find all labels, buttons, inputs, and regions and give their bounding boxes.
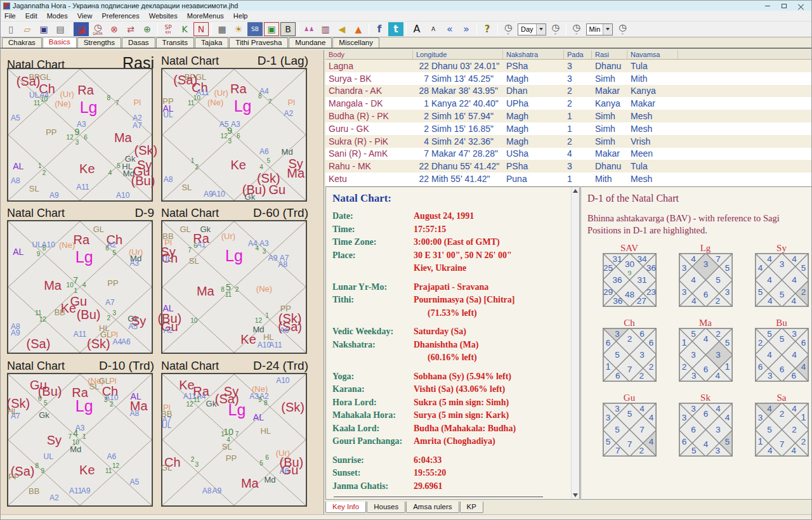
help-icon[interactable]: ?	[480, 22, 495, 36]
chart-annotation: 8	[43, 245, 46, 252]
flame-icon[interactable]: ▲	[351, 22, 366, 36]
jhora-logo-icon[interactable]: ◪	[74, 22, 89, 36]
globe-icon[interactable]: ⊕	[140, 22, 155, 36]
font-decrease-icon[interactable]: A	[426, 22, 441, 36]
twitter-icon[interactable]: t	[388, 22, 403, 36]
menu-preferences[interactable]: Preferences	[102, 12, 139, 20]
time-forward-icon[interactable]: ◷»	[548, 22, 563, 36]
time-step-select[interactable]: Day	[518, 23, 546, 36]
chart-square[interactable]: GLGkBBPlRaA1(Ur)67SyChULSLLgA4A343A9A7A8…	[161, 220, 307, 354]
sb-icon[interactable]: SB	[247, 22, 263, 36]
bav-grid-label: Bu	[776, 318, 787, 328]
chart-subtitle: D-60 (Trd)	[253, 206, 308, 220]
green-frame-icon[interactable]: ▣	[264, 22, 279, 36]
detail-value: Pournimasya (Sa) [Chitra]	[414, 294, 514, 307]
menu-websites[interactable]: Websites	[149, 12, 178, 20]
tab-chakras[interactable]: Chakras	[2, 37, 42, 48]
bav-grid-label: Lg	[700, 243, 711, 253]
n-icon[interactable]: N	[193, 22, 209, 36]
swap-arrows-icon[interactable]: ⇄	[123, 22, 138, 36]
font-increase-icon[interactable]: A	[409, 22, 424, 36]
new-file-icon[interactable]: ▯	[3, 22, 18, 36]
save-icon[interactable]: ▣	[36, 22, 51, 36]
time-back-fine-icon[interactable]: ◷«	[569, 22, 584, 36]
chevron-down-icon[interactable]	[536, 24, 546, 35]
nav-back-icon[interactable]: «	[442, 22, 457, 36]
scroll-down-icon[interactable]	[573, 493, 578, 497]
menu-edit[interactable]: Edit	[25, 12, 37, 20]
column-header-longitude[interactable]: Longitude	[413, 50, 503, 59]
maximize-button[interactable]	[776, 1, 792, 10]
chart-title-row: Natal ChartRasi	[7, 54, 154, 68]
k-pencil-icon[interactable]: K	[177, 22, 192, 36]
menu-help[interactable]: Help	[233, 12, 248, 20]
chart-grid-icon[interactable]: ▦	[214, 22, 230, 36]
menu-view[interactable]: View	[77, 12, 93, 20]
book-icon[interactable]: ▥	[318, 22, 333, 36]
menu-file[interactable]: File	[4, 12, 16, 20]
clock-data-icon[interactable]: ◷DATA	[90, 22, 105, 36]
chart-square[interactable]: GLRaChLgULA10(Ne)AL89A265(Ur)MdA3Ma71041…	[7, 220, 153, 354]
cell-pada: 3	[564, 161, 592, 171]
chart-annotation: 2	[110, 401, 114, 408]
print-icon[interactable]: ▤	[53, 22, 68, 36]
scroll-up-icon[interactable]	[573, 189, 578, 193]
menu-modes[interactable]: Modes	[47, 12, 68, 20]
tab-basics[interactable]: Basics	[43, 37, 77, 48]
chart-annotation: (Ne)	[59, 241, 75, 249]
detail-value: Prajapati - Sravana	[414, 281, 488, 294]
column-header-nakshatra[interactable]: Nakshatra	[503, 50, 564, 59]
svg-text:5: 5	[757, 287, 763, 297]
time-forward-fine-icon[interactable]: ◷»	[615, 22, 630, 36]
speaker-icon[interactable]: ◀	[334, 22, 350, 36]
people-icon[interactable]: ♟♟	[301, 22, 317, 36]
chart-square[interactable]: BPGL(Sa)ChA11(Ur)(Ne)1011RaLgA487PlPPALU…	[161, 68, 307, 202]
open-folder-icon[interactable]: ▱	[20, 22, 35, 36]
menu-moremenus[interactable]: MoreMenus	[187, 12, 224, 20]
column-header-rasi[interactable]: Rasi	[592, 50, 627, 59]
cell-longitude: 22Mith 55' 41.42"	[413, 174, 503, 184]
burst-icon[interactable]: ☀	[231, 22, 246, 36]
column-header-navamsa[interactable]: Navamsa	[627, 50, 678, 59]
chart-square[interactable]: KeRaA11A41112GkSy(Sa)Lg(Ne)A3A298A10PlBB…	[161, 373, 307, 507]
details-scrollbar[interactable]	[571, 187, 579, 499]
cell-nakshatra: PSha	[503, 61, 564, 71]
cell-pada: 1	[564, 124, 592, 134]
svg-text:3: 3	[681, 413, 686, 422]
column-header-pada[interactable]: Pada	[564, 50, 592, 59]
chart-annotation: HL	[260, 427, 271, 435]
svg-text:4: 4	[691, 254, 696, 264]
tab-tajaka[interactable]: Tajaka	[195, 37, 228, 48]
minimize-button[interactable]	[759, 1, 776, 10]
sp-kh-icon[interactable]: SPKH	[160, 22, 176, 36]
chart-square[interactable]: BPGL(Sa)ChULA4(Ur)(Ne)1011RaLg87PlA5A2A7…	[7, 68, 153, 202]
bottom-tab-key-info[interactable]: Key Info	[325, 502, 366, 513]
tab-tithi-pravesha[interactable]: Tithi Pravesha	[229, 37, 288, 48]
tab-mundane[interactable]: Mundane	[289, 37, 332, 48]
bottom-tab-houses[interactable]: Houses	[367, 502, 405, 513]
chevron-down-icon[interactable]	[603, 24, 612, 35]
svg-text:4: 4	[716, 404, 721, 413]
chart-annotation: A2	[164, 327, 173, 334]
chart-square[interactable]: Gu(Bu)RaLg(Ne)GLPlSLChA1032ALMaA8(Sk)65H…	[7, 373, 153, 507]
close-button[interactable]	[792, 1, 809, 10]
tab-dasas[interactable]: Dasas	[122, 37, 155, 48]
column-header-body[interactable]: Body	[325, 50, 413, 59]
tab-miscellany[interactable]: Miscellany	[332, 37, 379, 48]
time-step-fine-select[interactable]: Min	[586, 23, 613, 36]
chart-annotation: 5	[112, 250, 116, 256]
tab-strengths[interactable]: Strengths	[77, 37, 121, 48]
location-x-icon[interactable]: ⊗	[107, 22, 122, 36]
svg-text:3: 3	[681, 263, 686, 273]
detail-label: Lunar Yr-Mo:	[332, 281, 414, 294]
facebook-icon[interactable]: f	[372, 22, 387, 36]
detail-label: Time:	[332, 223, 414, 237]
grid-b-icon[interactable]: B	[280, 22, 296, 36]
bottom-tab-amsa-rulers[interactable]: Amsa rulers	[406, 502, 459, 513]
time-back-icon[interactable]: ◷«	[501, 22, 516, 36]
tab-transits[interactable]: Transits	[156, 37, 194, 48]
svg-text:5: 5	[801, 263, 806, 273]
nav-forward-icon[interactable]: »	[459, 22, 474, 36]
key-info-panel: Natal Chart: Date:August 24, 1991Time:17…	[325, 186, 580, 500]
bottom-tab-kp[interactable]: KP	[460, 502, 483, 513]
